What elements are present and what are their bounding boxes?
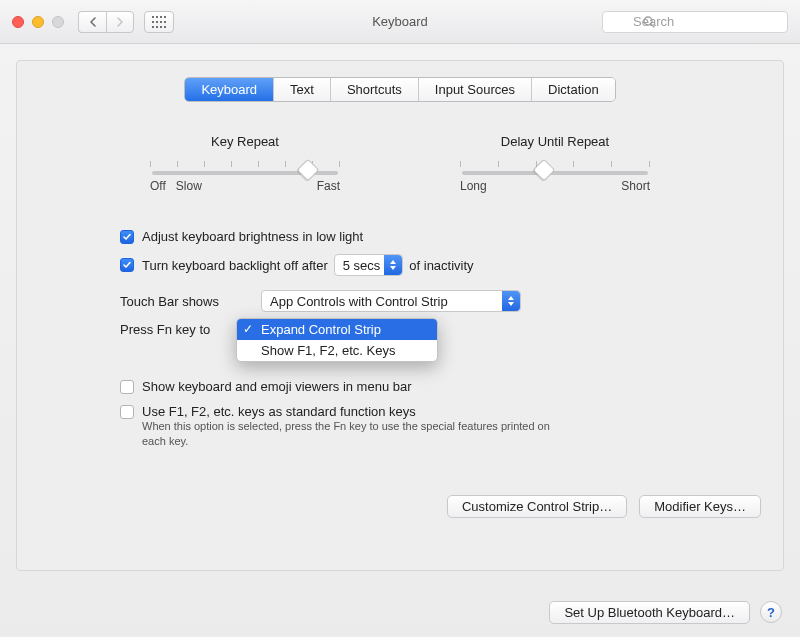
help-button[interactable]: ? (760, 601, 782, 623)
svg-line-13 (651, 24, 654, 27)
label-adjust-brightness: Adjust keyboard brightness in low light (142, 229, 363, 244)
label-long: Long (460, 179, 487, 193)
select-backlight-value: 5 secs (343, 258, 381, 273)
content-area: Keyboard Text Shortcuts Input Sources Di… (0, 44, 800, 587)
key-repeat-track[interactable] (152, 171, 338, 175)
svg-rect-1 (156, 16, 158, 18)
svg-rect-2 (160, 16, 162, 18)
checkbox-show-viewers[interactable] (120, 380, 134, 394)
stepper-arrows-icon (502, 291, 520, 311)
help-icon: ? (767, 605, 775, 620)
delay-repeat-track[interactable] (462, 171, 648, 175)
row-touch-bar: Touch Bar shows App Controls with Contro… (120, 290, 680, 312)
customize-control-strip-button[interactable]: Customize Control Strip… (447, 495, 627, 518)
preferences-window: Keyboard Search Keyboard Text Shortcuts … (0, 0, 800, 637)
select-backlight-duration[interactable]: 5 secs (334, 254, 404, 276)
search-input[interactable]: Search (602, 11, 788, 33)
svg-rect-11 (164, 26, 166, 28)
fkeys-note: When this option is selected, press the … (142, 419, 562, 449)
svg-rect-4 (152, 21, 154, 23)
titlebar: Keyboard Search (0, 0, 800, 44)
label-backlight-prefix: Turn keyboard backlight off after (142, 258, 328, 273)
close-window-button[interactable] (12, 16, 24, 28)
svg-rect-10 (160, 26, 162, 28)
footer: Set Up Bluetooth Keyboard… ? (0, 587, 800, 637)
grid-icon (152, 16, 166, 28)
svg-rect-7 (164, 21, 166, 23)
label-slow: Slow (176, 179, 202, 193)
window-controls (12, 16, 64, 28)
svg-rect-0 (152, 16, 154, 18)
nav-buttons (78, 11, 134, 33)
minimize-window-button[interactable] (32, 16, 44, 28)
setup-bluetooth-keyboard-button[interactable]: Set Up Bluetooth Keyboard… (549, 601, 750, 624)
checkbox-adjust-brightness[interactable] (120, 230, 134, 244)
delay-repeat-title: Delay Until Repeat (460, 134, 650, 149)
label-off: Off (150, 179, 166, 193)
label-touch-bar: Touch Bar shows (120, 294, 255, 309)
fn-key-dropdown: Expand Control Strip Show F1, F2, etc. K… (236, 318, 438, 362)
zoom-window-button[interactable] (52, 16, 64, 28)
options-block: Adjust keyboard brightness in low light … (120, 229, 680, 449)
tab-dictation[interactable]: Dictation (532, 78, 615, 101)
label-show-viewers: Show keyboard and emoji viewers in menu … (142, 379, 412, 394)
show-all-button[interactable] (144, 11, 174, 33)
stepper-arrows-icon (384, 255, 402, 275)
label-use-fkeys: Use F1, F2, etc. keys as standard functi… (142, 404, 416, 419)
sliders-row: Key Repeat Off Slow Fast Delay Until R (17, 134, 783, 193)
svg-rect-5 (156, 21, 158, 23)
tab-bar: Keyboard Text Shortcuts Input Sources Di… (184, 77, 615, 102)
row-show-viewers: Show keyboard and emoji viewers in menu … (120, 379, 680, 394)
label-short: Short (621, 179, 650, 193)
svg-rect-3 (164, 16, 166, 18)
panel-buttons: Customize Control Strip… Modifier Keys… (17, 495, 783, 518)
row-use-fkeys: Use F1, F2, etc. keys as standard functi… (120, 404, 680, 419)
tab-shortcuts[interactable]: Shortcuts (331, 78, 419, 101)
dropdown-item-show-f-keys[interactable]: Show F1, F2, etc. Keys (237, 340, 437, 361)
dropdown-item-expand-control-strip[interactable]: Expand Control Strip (237, 319, 437, 340)
row-backlight-off: Turn keyboard backlight off after 5 secs… (120, 254, 680, 276)
label-fast: Fast (317, 179, 340, 193)
select-touch-bar-value: App Controls with Control Strip (270, 294, 448, 309)
tab-text[interactable]: Text (274, 78, 331, 101)
row-adjust-brightness: Adjust keyboard brightness in low light (120, 229, 680, 244)
modifier-keys-button[interactable]: Modifier Keys… (639, 495, 761, 518)
select-touch-bar-shows[interactable]: App Controls with Control Strip (261, 290, 521, 312)
svg-rect-8 (152, 26, 154, 28)
key-repeat-slider: Key Repeat Off Slow Fast (150, 134, 340, 193)
svg-rect-6 (160, 21, 162, 23)
key-repeat-title: Key Repeat (150, 134, 340, 149)
delay-repeat-slider: Delay Until Repeat Long Short (460, 134, 650, 193)
settings-panel: Keyboard Text Shortcuts Input Sources Di… (16, 60, 784, 571)
search-icon (643, 16, 655, 28)
label-backlight-suffix: of inactivity (409, 258, 473, 273)
tab-keyboard[interactable]: Keyboard (185, 78, 274, 101)
checkbox-backlight-off[interactable] (120, 258, 134, 272)
tab-input-sources[interactable]: Input Sources (419, 78, 532, 101)
forward-button[interactable] (106, 11, 134, 33)
row-fn-key: Press Fn key to Expand Control Strip Sho… (120, 322, 680, 337)
back-button[interactable] (78, 11, 106, 33)
label-fn-key: Press Fn key to (120, 322, 255, 337)
checkbox-use-fkeys[interactable] (120, 405, 134, 419)
svg-rect-9 (156, 26, 158, 28)
